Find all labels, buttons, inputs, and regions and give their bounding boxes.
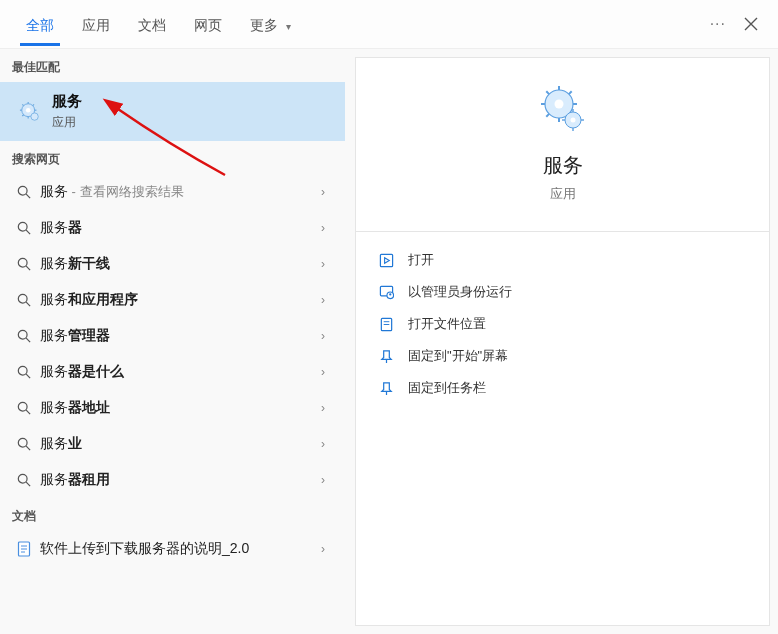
web-result-item[interactable]: 服务器租用›	[0, 462, 345, 498]
web-result-item[interactable]: 服务业›	[0, 426, 345, 462]
svg-line-14	[26, 230, 30, 234]
web-result-item[interactable]: 服务管理器›	[0, 318, 345, 354]
svg-line-42	[568, 91, 571, 94]
svg-line-6	[22, 104, 23, 105]
section-documents: 文档	[0, 498, 345, 531]
action-pin-taskbar-label: 固定到任务栏	[408, 379, 486, 397]
svg-line-16	[26, 266, 30, 270]
action-admin-label: 以管理员身份运行	[408, 283, 512, 301]
svg-point-25	[18, 438, 27, 447]
tab-more-label: 更多	[250, 17, 278, 33]
svg-line-28	[26, 482, 30, 486]
chevron-right-icon: ›	[315, 293, 331, 307]
svg-line-26	[26, 446, 30, 450]
chevron-right-icon: ›	[315, 542, 331, 556]
results-panel: 最佳匹配 服务 应用 搜索网页 服务 - 查看网络搜索结果›服务器›服务新干线›…	[0, 49, 345, 634]
web-result-label: 服务器	[40, 219, 315, 237]
web-result-item[interactable]: 服务新干线›	[0, 246, 345, 282]
search-icon	[14, 221, 34, 235]
detail-title: 服务	[543, 152, 583, 179]
web-result-item[interactable]: 服务器›	[0, 210, 345, 246]
chevron-right-icon: ›	[315, 365, 331, 379]
search-icon	[14, 437, 34, 451]
svg-point-10	[31, 112, 38, 119]
tab-apps[interactable]: 应用	[68, 4, 124, 45]
svg-point-52	[389, 293, 391, 295]
chevron-right-icon: ›	[315, 221, 331, 235]
action-pin-start[interactable]: 固定到"开始"屏幕	[356, 340, 769, 372]
chevron-right-icon: ›	[315, 257, 331, 271]
svg-line-24	[26, 410, 30, 414]
svg-point-19	[18, 330, 27, 339]
section-best-match: 最佳匹配	[0, 49, 345, 82]
action-open[interactable]: 打开	[356, 244, 769, 276]
web-result-label: 服务 - 查看网络搜索结果	[40, 183, 315, 201]
search-icon	[14, 257, 34, 271]
best-match-item[interactable]: 服务 应用	[0, 82, 345, 141]
best-match-subtitle: 应用	[52, 114, 82, 131]
search-icon	[14, 293, 34, 307]
web-result-item[interactable]: 服务和应用程序›	[0, 282, 345, 318]
action-location-label: 打开文件位置	[408, 315, 486, 333]
detail-panel: 服务 应用 打开 以管理员身份运行	[355, 57, 770, 626]
admin-icon	[374, 285, 398, 300]
action-run-admin[interactable]: 以管理员身份运行	[356, 276, 769, 308]
header-actions: ···	[710, 15, 766, 33]
detail-subtitle: 应用	[550, 185, 576, 203]
search-scope-tabs: 全部 应用 文档 网页 更多 ▾	[12, 4, 710, 45]
tab-all[interactable]: 全部	[12, 4, 68, 45]
web-result-label: 服务业	[40, 435, 315, 453]
web-result-label: 服务器租用	[40, 471, 315, 489]
svg-line-18	[26, 302, 30, 306]
svg-point-17	[18, 294, 27, 303]
web-result-item[interactable]: 服务 - 查看网络搜索结果›	[0, 174, 345, 210]
search-icon	[14, 473, 34, 487]
svg-line-20	[26, 338, 30, 342]
chevron-right-icon: ›	[315, 401, 331, 415]
search-icon	[14, 185, 34, 199]
web-result-label: 服务管理器	[40, 327, 315, 345]
close-icon	[744, 17, 758, 31]
section-search-web: 搜索网页	[0, 141, 345, 174]
svg-point-27	[18, 474, 27, 483]
chevron-right-icon: ›	[315, 329, 331, 343]
svg-line-41	[546, 114, 549, 117]
web-result-label: 服务新干线	[40, 255, 315, 273]
chevron-right-icon: ›	[315, 473, 331, 487]
action-pin-taskbar[interactable]: 固定到任务栏	[356, 372, 769, 404]
header-bar: 全部 应用 文档 网页 更多 ▾ ···	[0, 0, 778, 49]
divider	[356, 231, 769, 232]
svg-point-1	[26, 107, 31, 112]
close-button[interactable]	[744, 17, 758, 31]
svg-point-44	[570, 118, 575, 123]
svg-point-23	[18, 402, 27, 411]
web-result-item[interactable]: 服务器是什么›	[0, 354, 345, 390]
action-open-label: 打开	[408, 251, 434, 269]
search-icon	[14, 329, 34, 343]
svg-line-22	[26, 374, 30, 378]
document-item[interactable]: 软件上传到下载服务器的说明_2.0›	[0, 531, 345, 567]
tab-documents[interactable]: 文档	[124, 4, 180, 45]
more-options-button[interactable]: ···	[710, 15, 726, 33]
tab-more[interactable]: 更多 ▾	[236, 4, 305, 45]
web-result-item[interactable]: 服务器地址›	[0, 390, 345, 426]
document-label: 软件上传到下载服务器的说明_2.0	[40, 540, 315, 558]
chevron-down-icon: ▾	[286, 21, 291, 32]
web-result-label: 服务器地址	[40, 399, 315, 417]
detail-panel-wrap: 服务 应用 打开 以管理员身份运行	[345, 49, 778, 634]
search-icon	[14, 401, 34, 415]
services-large-icon	[539, 86, 587, 134]
svg-line-8	[22, 114, 23, 115]
svg-point-21	[18, 366, 27, 375]
action-list: 打开 以管理员身份运行 打开文件位置	[356, 238, 769, 410]
svg-point-11	[18, 186, 27, 195]
tab-web[interactable]: 网页	[180, 4, 236, 45]
open-icon	[374, 253, 398, 268]
chevron-right-icon: ›	[315, 185, 331, 199]
action-pin-start-label: 固定到"开始"屏幕	[408, 347, 508, 365]
svg-rect-49	[380, 254, 392, 266]
web-result-label: 服务和应用程序	[40, 291, 315, 309]
action-open-location[interactable]: 打开文件位置	[356, 308, 769, 340]
services-icon	[16, 101, 44, 123]
web-result-label: 服务器是什么	[40, 363, 315, 381]
